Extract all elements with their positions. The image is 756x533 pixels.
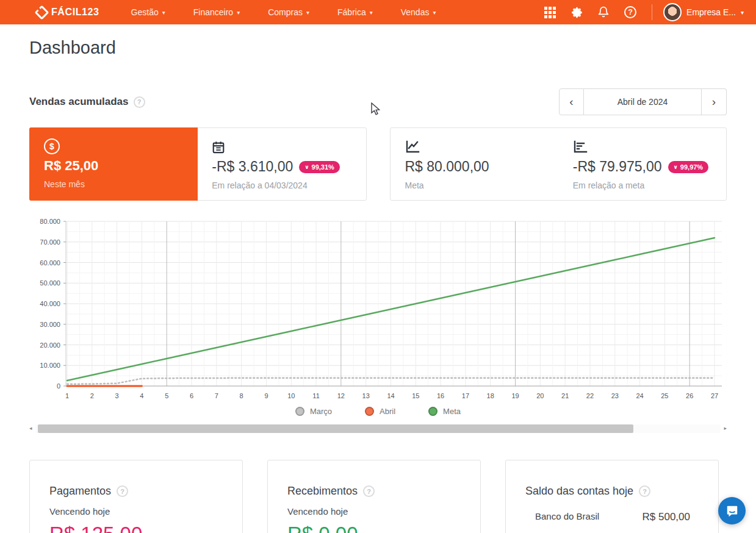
chevron-down-icon: ▾ bbox=[162, 9, 165, 16]
stat-relacao-mes-anterior: -R$ 3.610,00 ∨ 99,31% Em relação a 04/03… bbox=[197, 128, 365, 200]
notifications-bell-icon[interactable] bbox=[593, 2, 614, 23]
svg-text:11: 11 bbox=[312, 392, 319, 399]
recebimentos-value: R$ 0,00 bbox=[287, 523, 461, 533]
settings-gear-icon[interactable] bbox=[566, 2, 587, 23]
svg-text:20: 20 bbox=[536, 392, 544, 399]
chevron-down-icon: ▾ bbox=[741, 9, 744, 16]
meta-card-group: R$ 80.000,00 Meta -R$ 79.975,00 ∨ 99,97%… bbox=[390, 127, 727, 201]
svg-text:10.000: 10.000 bbox=[40, 362, 60, 369]
recebimentos-title: Recebimentos bbox=[287, 485, 358, 498]
svg-text:12: 12 bbox=[337, 392, 345, 399]
account-balance: R$ 500,00 bbox=[643, 511, 690, 523]
saldo-contas-card: Saldo das contas hoje ? Banco do Brasil … bbox=[505, 460, 719, 533]
navbar-divider bbox=[652, 4, 652, 20]
svg-text:1: 1 bbox=[65, 392, 69, 399]
svg-text:50.000: 50.000 bbox=[40, 279, 60, 287]
prev-month-button[interactable]: ‹ bbox=[559, 88, 584, 115]
svg-text:2: 2 bbox=[90, 392, 94, 399]
svg-text:7: 7 bbox=[215, 392, 218, 399]
pagamentos-card: Pagamentos ? Vencendo hoje R$ 125,00 bbox=[29, 460, 243, 533]
legend-item-abril: Abril bbox=[365, 407, 395, 416]
account-name: Banco do Brasil bbox=[535, 511, 599, 523]
svg-text:13: 13 bbox=[362, 392, 370, 399]
scroll-right-arrow[interactable]: ▸ bbox=[724, 425, 727, 431]
legend-dot-icon bbox=[428, 407, 437, 416]
variation-badge: ∨ 99,97% bbox=[668, 161, 709, 173]
chart-legend: MarçoAbrilMeta bbox=[29, 407, 727, 416]
stat-value: R$ 80.000,00 bbox=[405, 159, 489, 175]
help-tooltip-icon[interactable]: ? bbox=[639, 485, 650, 497]
svg-text:23: 23 bbox=[611, 392, 619, 399]
pagamentos-subtitle: Vencendo hoje bbox=[49, 506, 223, 517]
svg-text:24: 24 bbox=[636, 392, 643, 399]
menu-vendas[interactable]: Vendas▾ bbox=[392, 0, 445, 24]
legend-item-marco: Março bbox=[295, 407, 332, 416]
svg-text:80.000: 80.000 bbox=[40, 218, 60, 225]
svg-text:9: 9 bbox=[264, 392, 268, 399]
line-chart-icon bbox=[405, 139, 544, 155]
next-month-button[interactable]: › bbox=[702, 88, 727, 115]
stat-caption: Neste mês bbox=[44, 179, 183, 189]
svg-text:14: 14 bbox=[387, 392, 394, 399]
svg-text:10: 10 bbox=[287, 392, 295, 399]
svg-text:40.000: 40.000 bbox=[40, 300, 60, 307]
stat-value: R$ 25,00 bbox=[44, 158, 98, 174]
dollar-circle-icon: $ bbox=[44, 138, 60, 154]
saldo-account-row: Banco do Brasil R$ 500,00 bbox=[525, 511, 699, 523]
help-tooltip-icon[interactable]: ? bbox=[363, 485, 375, 497]
chat-launcher-button[interactable] bbox=[718, 497, 746, 524]
chevron-down-icon: ∨ bbox=[674, 164, 678, 170]
svg-text:5: 5 bbox=[165, 392, 168, 399]
menu-fabrica[interactable]: Fábrica▾ bbox=[329, 0, 381, 24]
chart-horizontal-scrollbar: ◂ ▸ bbox=[29, 424, 727, 433]
menu-financeiro[interactable]: Financeiro▾ bbox=[185, 0, 248, 24]
month-navigator: ‹ Abril de 2024 › bbox=[559, 88, 727, 115]
help-tooltip-icon[interactable]: ? bbox=[134, 96, 145, 108]
logo-text: FÁCIL123 bbox=[51, 7, 99, 18]
svg-text:0: 0 bbox=[57, 382, 60, 390]
account-menu[interactable]: Empresa E... ▾ bbox=[663, 3, 744, 21]
current-month-label: Abril de 2024 bbox=[584, 88, 702, 115]
recebimentos-card: Recebimentos ? Vencendo hoje R$ 0,00 bbox=[267, 460, 481, 533]
saldo-title: Saldo das contas hoje bbox=[525, 485, 633, 498]
svg-text:25: 25 bbox=[661, 392, 668, 399]
svg-text:70.000: 70.000 bbox=[40, 238, 60, 246]
variation-badge: ∨ 99,31% bbox=[299, 161, 340, 173]
svg-text:20.000: 20.000 bbox=[40, 342, 60, 349]
svg-text:26: 26 bbox=[686, 392, 693, 399]
recebimentos-subtitle: Vencendo hoje bbox=[287, 506, 461, 517]
svg-text:60.000: 60.000 bbox=[40, 259, 60, 266]
account-label: Empresa E... bbox=[686, 7, 736, 17]
vendas-acumuladas-chart: 010.00020.00030.00040.00050.00060.00070.… bbox=[29, 215, 727, 402]
chevron-down-icon: ▾ bbox=[237, 9, 240, 16]
legend-dot-icon bbox=[295, 407, 304, 416]
chevron-down-icon: ∨ bbox=[304, 164, 309, 170]
top-navbar: FÁCIL123 Gestão▾ Financeiro▾ Compras▾ Fá… bbox=[0, 0, 756, 24]
chevron-down-icon: ▾ bbox=[306, 9, 309, 16]
svg-text:30.000: 30.000 bbox=[40, 321, 60, 328]
svg-text:3: 3 bbox=[115, 392, 119, 399]
apps-grid-icon[interactable] bbox=[539, 2, 560, 23]
stat-meta: R$ 80.000,00 Meta bbox=[391, 128, 558, 200]
stat-neste-mes: $ R$ 25,00 Neste mês bbox=[29, 127, 198, 201]
help-icon[interactable]: ? bbox=[620, 2, 641, 23]
stat-caption: Em relação a 04/03/2024 bbox=[212, 181, 351, 190]
chevron-down-icon: ▾ bbox=[370, 9, 373, 16]
vendas-acumuladas-title: Vendas acumuladas bbox=[29, 96, 129, 108]
menu-gestao[interactable]: Gestão▾ bbox=[123, 0, 174, 24]
scroll-left-arrow[interactable]: ◂ bbox=[29, 425, 32, 431]
app-logo[interactable]: FÁCIL123 bbox=[37, 7, 99, 18]
stat-value: -R$ 3.610,00 bbox=[212, 159, 293, 175]
avatar bbox=[663, 3, 682, 21]
stat-value: -R$ 79.975,00 bbox=[573, 159, 662, 175]
svg-text:22: 22 bbox=[586, 392, 594, 399]
svg-text:19: 19 bbox=[511, 392, 519, 399]
help-tooltip-icon[interactable]: ? bbox=[117, 485, 128, 497]
svg-text:4: 4 bbox=[140, 392, 143, 399]
page-title: Dashboard bbox=[29, 38, 727, 58]
diamond-logo-icon bbox=[34, 5, 49, 20]
svg-text:18: 18 bbox=[487, 392, 494, 399]
menu-compras[interactable]: Compras▾ bbox=[259, 0, 318, 24]
scrollbar-thumb[interactable] bbox=[38, 424, 633, 433]
stat-caption: Meta bbox=[405, 181, 544, 190]
